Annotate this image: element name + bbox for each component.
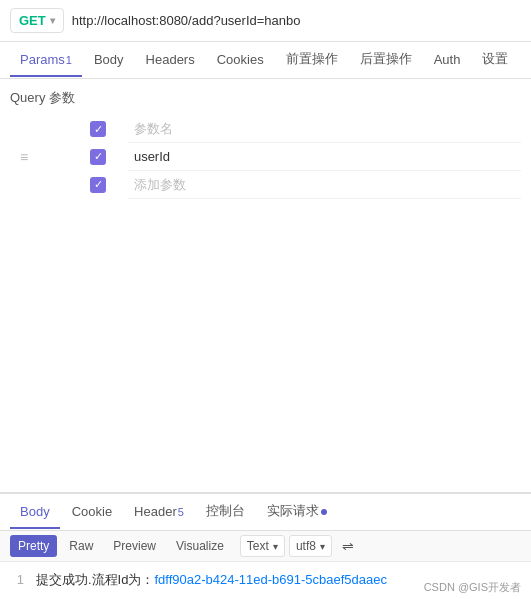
view-tab-pretty[interactable]: Pretty (10, 535, 57, 557)
method-selector[interactable]: GET ▾ (10, 8, 64, 33)
line-number: 1 (10, 570, 24, 591)
chevron-down-icon: ▾ (50, 15, 55, 26)
tab-dot (321, 509, 327, 515)
row-checkbox[interactable]: ✓ (90, 149, 106, 165)
drag-handle-icon[interactable]: ≡ (16, 149, 32, 165)
table-row: ≡ ✓ (10, 143, 521, 171)
view-tab-visualize[interactable]: Visualize (168, 535, 232, 557)
add-checkbox[interactable]: ✓ (90, 177, 106, 193)
header-checkbox[interactable]: ✓ (90, 121, 106, 137)
params-header-row: ✓ (10, 115, 521, 143)
uuid-text: fdff90a2-b424-11ed-b691-5cbaef5daaec (154, 572, 387, 587)
tab-body[interactable]: Body (84, 44, 134, 77)
query-params-title: Query 参数 (10, 89, 521, 107)
response-tab-header[interactable]: Header5 (124, 496, 194, 529)
url-input[interactable] (72, 11, 521, 30)
response-tab-console[interactable]: 控制台 (196, 494, 255, 530)
response-tab-actual-request[interactable]: 实际请求 (257, 494, 337, 530)
add-param-row: ✓ (10, 171, 521, 199)
response-tab-body[interactable]: Body (10, 496, 60, 529)
tab-pre-action[interactable]: 前置操作 (276, 42, 348, 78)
param-name-header[interactable] (134, 119, 515, 138)
wrap-icon[interactable]: ⇌ (342, 538, 354, 554)
format-selector[interactable]: Text ▾ (240, 535, 285, 557)
method-label: GET (19, 13, 46, 28)
chevron-down-icon: ▾ (273, 541, 278, 552)
tab-cookies[interactable]: Cookies (207, 44, 274, 77)
add-param-input[interactable] (134, 175, 515, 194)
view-tab-raw[interactable]: Raw (61, 535, 101, 557)
tab-headers[interactable]: Headers (136, 44, 205, 77)
response-tabs-bar: Body Cookie Header5 控制台 实际请求 (0, 494, 531, 531)
header-checkbox-cell: ✓ (69, 115, 128, 143)
params-table: ✓ ≡ ✓ ✓ (10, 115, 521, 199)
url-bar: GET ▾ (0, 0, 531, 42)
line-content: 提交成功.流程Id为：fdff90a2-b424-11ed-b691-5cbae… (36, 570, 387, 591)
footer: CSDN @GIS开发者 (424, 580, 521, 595)
top-tabs-bar: Params1 Body Headers Cookies 前置操作 后置操作 A… (0, 42, 531, 79)
view-tabs-bar: Pretty Raw Preview Visualize Text ▾ utf8… (0, 531, 531, 562)
query-params-section: Query 参数 ✓ ≡ ✓ (0, 79, 531, 199)
chevron-down-icon: ▾ (320, 541, 325, 552)
tab-post-action[interactable]: 后置操作 (350, 42, 422, 78)
view-tab-preview[interactable]: Preview (105, 535, 164, 557)
param-name-input[interactable] (134, 147, 515, 166)
encoding-selector[interactable]: utf8 ▾ (289, 535, 332, 557)
response-tab-cookie[interactable]: Cookie (62, 496, 122, 529)
tab-auth[interactable]: Auth (424, 44, 471, 77)
tab-params[interactable]: Params1 (10, 44, 82, 77)
tab-settings[interactable]: 设置 (472, 42, 518, 78)
